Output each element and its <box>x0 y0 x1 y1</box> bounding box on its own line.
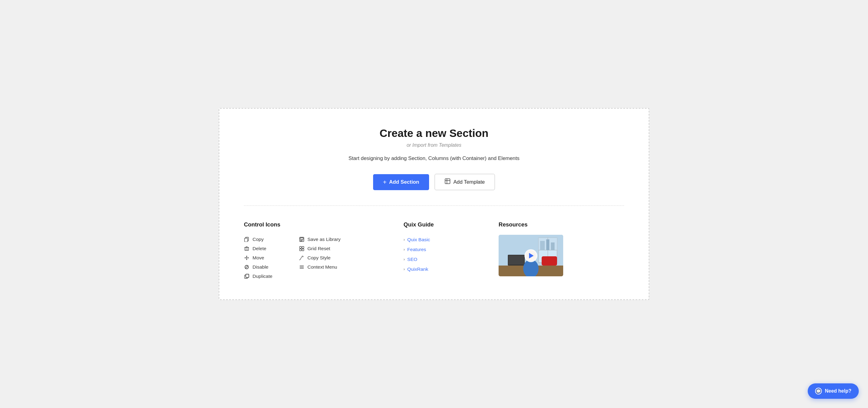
chevron-icon-4: › <box>404 267 405 271</box>
disable-label: Disable <box>252 264 269 270</box>
svg-rect-29 <box>300 246 302 248</box>
svg-rect-1 <box>445 180 450 181</box>
svg-rect-32 <box>302 249 304 251</box>
save-library-label: Save as Library <box>308 237 341 242</box>
svg-rect-42 <box>546 239 549 250</box>
icon-row-delete: Delete <box>244 244 280 253</box>
copy-label: Copy <box>252 237 264 242</box>
play-button[interactable] <box>524 249 537 262</box>
control-icons-heading: Control Icons <box>244 221 280 228</box>
svg-rect-6 <box>245 247 249 251</box>
icon-row-copy-style: Copy Style <box>299 253 341 262</box>
grid-reset-icon <box>299 246 305 252</box>
play-triangle-icon <box>529 253 534 259</box>
quix-basic-link[interactable]: Quix Basic <box>407 237 430 242</box>
chevron-icon-2: › <box>404 247 405 252</box>
context-menu-icon <box>299 264 305 270</box>
chat-icon: 💬 <box>815 388 822 395</box>
svg-rect-5 <box>245 238 248 242</box>
quix-guide-heading: Quix Guide <box>404 221 499 228</box>
features-link[interactable]: Features <box>407 247 426 252</box>
svg-marker-16 <box>246 259 247 260</box>
svg-rect-2 <box>445 179 447 184</box>
grid-reset-label: Grid Reset <box>308 246 330 252</box>
svg-marker-18 <box>248 257 249 259</box>
delete-label: Delete <box>252 246 267 252</box>
icon-row-move: Move <box>244 253 280 262</box>
resources-section: Resources <box>499 221 624 281</box>
control-icons-right: Save as Library Grid Reset <box>299 235 341 281</box>
guide-link-features: › Features <box>404 244 499 255</box>
control-icons-left: Control Icons Copy <box>244 221 280 281</box>
save-library-icon <box>299 237 305 242</box>
copy-style-label: Copy Style <box>308 255 331 261</box>
template-icon <box>445 178 450 185</box>
quixrank-link[interactable]: QuixRank <box>407 266 428 272</box>
need-help-label: Need help? <box>825 388 851 394</box>
icon-row-save-library: Save as Library <box>299 235 341 244</box>
svg-rect-23 <box>246 274 249 278</box>
plus-icon: + <box>383 178 386 186</box>
guide-link-quixrank: › QuixRank <box>404 264 499 274</box>
svg-rect-41 <box>540 241 545 250</box>
top-section: Create a new Section or Import from Temp… <box>244 127 624 206</box>
svg-rect-0 <box>445 179 450 184</box>
chevron-icon-3: › <box>404 257 405 262</box>
copy-style-icon <box>299 255 305 261</box>
guide-link-quix-basic: › Quix Basic <box>404 235 499 244</box>
need-help-button[interactable]: 💬 Need help? <box>808 383 859 399</box>
svg-rect-43 <box>551 242 555 250</box>
description: Start designing by adding Section, Colum… <box>348 155 520 162</box>
disable-icon <box>244 264 249 270</box>
svg-rect-47 <box>541 256 557 266</box>
svg-rect-31 <box>300 249 302 251</box>
page-wrapper: Create a new Section or Import from Temp… <box>219 108 649 300</box>
control-icons-section: Control Icons Copy <box>244 221 404 281</box>
chevron-icon-1: › <box>404 237 405 242</box>
add-template-label: Add Template <box>454 179 485 185</box>
move-label: Move <box>252 255 264 261</box>
delete-icon <box>244 246 249 252</box>
icon-row-grid-reset: Grid Reset <box>299 244 341 253</box>
bottom-section: Control Icons Copy <box>244 206 624 281</box>
add-template-button[interactable]: Add Template <box>435 174 495 190</box>
svg-rect-46 <box>508 255 524 265</box>
subtitle: or Import from Templates <box>407 142 461 148</box>
seo-link[interactable]: SEO <box>407 257 417 262</box>
svg-marker-17 <box>245 257 245 259</box>
button-row: + Add Section Add Template <box>373 174 495 190</box>
icon-row-copy: Copy <box>244 235 280 244</box>
icon-row-context-menu: Context Menu <box>299 262 341 272</box>
icon-row-disable: Disable <box>244 262 280 272</box>
move-icon <box>244 255 249 261</box>
guide-link-seo: › SEO <box>404 255 499 264</box>
resources-heading: Resources <box>499 221 624 228</box>
add-section-button[interactable]: + Add Section <box>373 174 429 190</box>
svg-marker-15 <box>246 256 247 257</box>
svg-rect-26 <box>300 238 303 239</box>
icon-row-duplicate: Duplicate <box>244 272 280 281</box>
duplicate-icon <box>244 273 249 279</box>
duplicate-label: Duplicate <box>252 273 273 279</box>
copy-icon <box>244 237 249 242</box>
svg-rect-30 <box>302 246 304 248</box>
context-menu-label: Context Menu <box>308 264 337 270</box>
video-thumbnail[interactable] <box>499 235 563 276</box>
add-section-label: Add Section <box>389 179 419 185</box>
main-title: Create a new Section <box>379 127 489 139</box>
quix-guide-section: Quix Guide › Quix Basic › Features › SEO… <box>404 221 499 281</box>
